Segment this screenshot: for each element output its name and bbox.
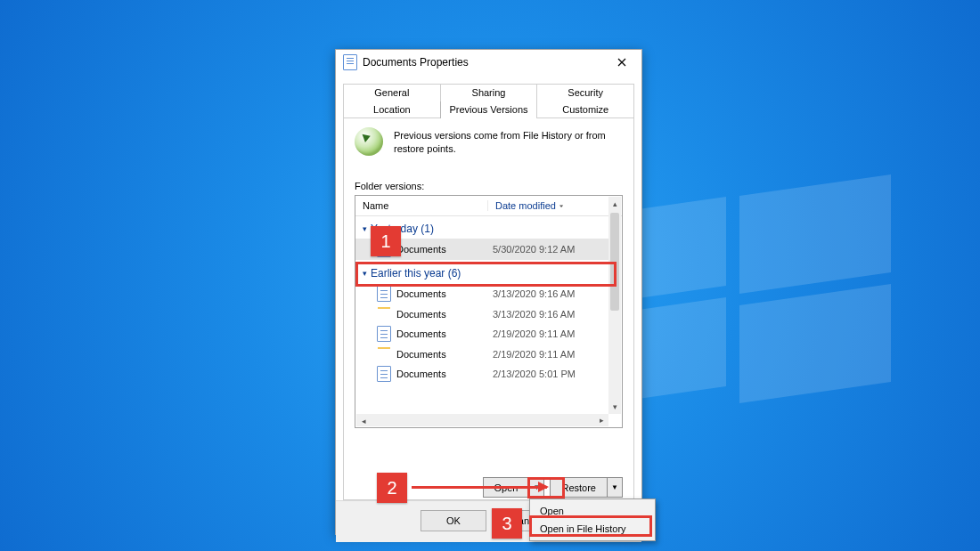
folder-icon (377, 309, 391, 320)
open-dropdown-menu: Open Open in File History (529, 498, 656, 541)
history-icon (355, 127, 383, 156)
list-item[interactable]: Documents 2/13/2020 5:01 PM (355, 363, 609, 385)
column-date-modified[interactable]: Date modified▾ (488, 200, 622, 211)
annotation-badge-3: 3 (492, 508, 522, 539)
tab-previous-versions[interactable]: Previous Versions (440, 101, 537, 118)
list-item[interactable]: Documents 2/19/2020 9:11 AM (355, 323, 609, 344)
titlebar: Documents Properties (336, 50, 641, 75)
folder-versions-label: Folder versions: (355, 181, 623, 191)
group-earlier-this-year[interactable]: ▾Earlier this year (6) (355, 260, 609, 283)
list-header: Name Date modified▾ (355, 196, 622, 216)
chevron-down-icon: ▾ (363, 269, 367, 278)
scroll-up-icon[interactable]: ▴ (608, 197, 621, 211)
file-icon (377, 366, 391, 382)
properties-dialog: Documents Properties General Sharing Sec… (335, 49, 642, 535)
close-icon (617, 58, 626, 67)
scroll-right-icon[interactable]: ▸ (594, 414, 608, 426)
ok-button[interactable]: OK (421, 510, 486, 531)
file-icon (377, 326, 391, 342)
menu-open[interactable]: Open (533, 502, 652, 520)
window-title: Documents Properties (363, 56, 604, 69)
column-name[interactable]: Name (355, 200, 488, 211)
restore-dropdown-button[interactable]: ▼ (607, 478, 622, 497)
tab-security[interactable]: Security (536, 84, 634, 101)
annotation-badge-1: 1 (371, 226, 401, 256)
list-item[interactable]: Documents 3/13/2020 9:16 AM (355, 304, 609, 323)
chevron-down-icon: ▾ (363, 224, 367, 233)
folder-icon (377, 349, 391, 361)
list-item[interactable]: Documents 2/19/2020 9:11 AM (355, 344, 609, 363)
list-item[interactable]: Documents 3/13/2020 9:16 AM (355, 283, 609, 304)
scroll-thumb[interactable] (610, 213, 619, 311)
restore-split-button[interactable]: Restore ▼ (550, 477, 623, 498)
close-button[interactable] (604, 50, 640, 75)
annotation-badge-2: 2 (377, 473, 407, 503)
restore-button[interactable]: Restore (551, 478, 607, 497)
menu-open-in-file-history[interactable]: Open in File History (533, 520, 652, 538)
horizontal-scrollbar[interactable]: ◂ ▸ (356, 414, 608, 426)
tab-location[interactable]: Location (343, 101, 440, 118)
scroll-down-icon[interactable]: ▾ (608, 400, 621, 414)
tab-customize[interactable]: Customize (536, 101, 634, 118)
tab-general[interactable]: General (343, 84, 440, 101)
scroll-left-icon[interactable]: ◂ (356, 415, 371, 427)
tab-sharing[interactable]: Sharing (440, 84, 537, 101)
tabs-container: General Sharing Security Location Previo… (336, 75, 641, 500)
sort-indicator-icon: ▾ (559, 203, 564, 208)
annotation-arrow (412, 486, 547, 489)
vertical-scrollbar[interactable]: ▴ ▾ (608, 197, 621, 414)
file-icon (377, 286, 391, 302)
page-description: Previous versions come from File History… (394, 127, 623, 156)
title-icon (343, 54, 357, 70)
desktop: Documents Properties General Sharing Sec… (0, 0, 980, 551)
previous-versions-page: Previous versions come from File History… (343, 117, 634, 500)
